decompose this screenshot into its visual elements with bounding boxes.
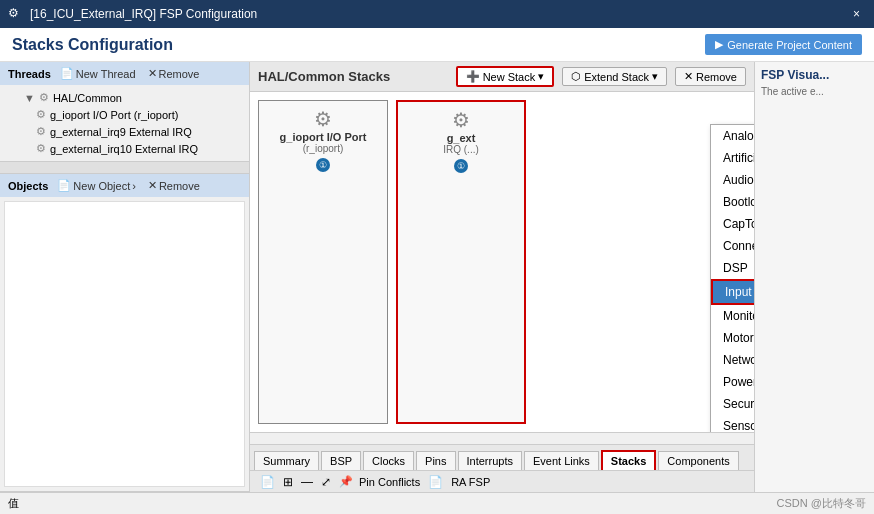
tab-bsp[interactable]: BSP xyxy=(321,451,361,470)
objects-content-area xyxy=(4,201,245,487)
fsp-visual-title: FSP Visua... xyxy=(761,68,868,82)
new-thread-icon: 📄 xyxy=(60,67,74,80)
generate-project-button[interactable]: ▶ Generate Project Content xyxy=(705,34,862,55)
conflicts-bar: 📄 ⊞ — ⤢ 📌 Pin Conflicts 📄 RA FSP xyxy=(250,470,754,492)
expand-icon: ▼ xyxy=(24,92,35,104)
ext-info: ① xyxy=(454,159,468,173)
new-stack-arrow: ▾ xyxy=(538,70,544,83)
extend-stack-button[interactable]: ⬡ Extend Stack ▾ xyxy=(562,67,667,86)
stacks-h-scroll[interactable] xyxy=(250,432,754,444)
stacks-area: HAL/Common Stacks ➕ New Stack ▾ ⬡ Extend… xyxy=(250,62,754,492)
tab-interrupts[interactable]: Interrupts xyxy=(458,451,522,470)
tab-bar: Summary BSP Clocks Pins Interrupts Event… xyxy=(250,444,754,470)
remove-obj-icon: ✕ xyxy=(148,179,157,192)
stack-card-g-ioport[interactable]: ⚙ g_ioport I/O Port (r_ioport) ① xyxy=(258,100,388,424)
threads-header: Threads 📄 New Thread ✕ Remove xyxy=(0,62,249,85)
threads-label: Threads xyxy=(8,68,51,80)
irq10-icon: ⚙ xyxy=(36,142,46,155)
tab-summary[interactable]: Summary xyxy=(254,451,319,470)
generate-label: Generate Project Content xyxy=(727,39,852,51)
close-button[interactable]: × xyxy=(847,5,866,23)
tab-clocks[interactable]: Clocks xyxy=(363,451,414,470)
new-object-button[interactable]: 📄 New Object › xyxy=(54,178,139,193)
stack-card-g-ext[interactable]: ⚙ g_ext IRQ (...) ① xyxy=(396,100,526,424)
value-label: 值 xyxy=(8,496,19,511)
menu-item-input[interactable]: Input › xyxy=(711,279,754,305)
hal-icon: ⚙ xyxy=(39,91,49,104)
tree-item-hal-common[interactable]: ▼ ⚙ HAL/Common xyxy=(0,89,249,106)
menu-item-monitoring[interactable]: Monitoring › xyxy=(711,305,754,327)
right-panel: FSP Visua... The active e... xyxy=(754,62,874,492)
menu-item-ai[interactable]: Artificial Intelligence › xyxy=(711,147,754,169)
stacks-toolbar: HAL/Common Stacks ➕ New Stack ▾ ⬡ Extend… xyxy=(250,62,754,92)
objects-label: Objects xyxy=(8,180,48,192)
menu-item-motor[interactable]: Motor › xyxy=(711,327,754,349)
pin-icon: 📌 xyxy=(339,475,353,488)
new-stack-button[interactable]: ➕ New Stack ▾ xyxy=(456,66,555,87)
config-header: Stacks Configuration ▶ Generate Project … xyxy=(0,28,874,62)
page-title: Stacks Configuration xyxy=(12,36,173,54)
extend-stack-icon: ⬡ xyxy=(571,70,581,83)
tab-stacks[interactable]: Stacks xyxy=(601,450,656,470)
ioport-card-icon: ⚙ xyxy=(314,107,332,131)
title-bar: ⚙ [16_ICU_External_IRQ] FSP Configuratio… xyxy=(0,0,874,28)
ext-card-icon: ⚙ xyxy=(452,108,470,132)
ioport-icon: ⚙ xyxy=(36,108,46,121)
ioport-info: ① xyxy=(316,158,330,172)
generate-icon: ▶ xyxy=(715,38,723,51)
bottom-status-bar: 值 CSDN @比特冬哥 xyxy=(0,492,874,514)
menu-item-audio[interactable]: Audio › xyxy=(711,169,754,191)
tree-item-g-external-irq10[interactable]: ⚙ g_external_irq10 External IRQ xyxy=(0,140,249,157)
threads-h-scroll[interactable] xyxy=(0,161,249,173)
csdn-label: CSDN @比特冬哥 xyxy=(777,496,866,511)
app-icon: ⚙ xyxy=(8,6,24,22)
pin-conflicts-label[interactable]: Pin Conflicts xyxy=(359,476,420,488)
tab-event-links[interactable]: Event Links xyxy=(524,451,599,470)
tab-pins[interactable]: Pins xyxy=(416,451,455,470)
menu-item-sensor[interactable]: Sensor › xyxy=(711,415,754,432)
grid-icon[interactable]: ⊞ xyxy=(281,474,295,490)
menu-item-dsp[interactable]: DSP › xyxy=(711,257,754,279)
stacks-canvas: ⚙ g_ioport I/O Port (r_ioport) ① ⚙ g_ext… xyxy=(250,92,754,432)
left-panel: Threads 📄 New Thread ✕ Remove ▼ xyxy=(0,62,250,492)
menu-item-power[interactable]: Power › xyxy=(711,371,754,393)
status-icons: 📄 ⊞ — ⤢ xyxy=(258,474,333,490)
remove-thread-button[interactable]: ✕ Remove xyxy=(145,66,203,81)
remove-stack-button[interactable]: ✕ Remove xyxy=(675,67,746,86)
new-stack-dropdown-menu[interactable]: Analog › Artificial Intelligence › Audio… xyxy=(710,124,754,432)
menu-item-security[interactable]: Security › xyxy=(711,393,754,415)
menu-item-connectivity[interactable]: Connectivity › xyxy=(711,235,754,257)
menu-item-analog[interactable]: Analog › xyxy=(711,125,754,147)
threads-tree: ▼ ⚙ HAL/Common ⚙ g_ioport I/O Port (r_io… xyxy=(0,85,249,161)
page-icon[interactable]: 📄 xyxy=(258,474,277,490)
ra-fsp-label: RA FSP xyxy=(451,476,490,488)
conflicts-page-icon[interactable]: 📄 xyxy=(426,474,445,490)
minus-icon[interactable]: — xyxy=(299,474,315,490)
objects-header: Objects 📄 New Object › ✕ Remove xyxy=(0,174,249,197)
expand-icon[interactable]: ⤢ xyxy=(319,474,333,490)
tab-components[interactable]: Components xyxy=(658,451,738,470)
new-object-icon: 📄 xyxy=(57,179,71,192)
new-thread-button[interactable]: 📄 New Thread xyxy=(57,66,139,81)
stacks-section-title: HAL/Common Stacks xyxy=(258,69,448,84)
remove-object-button[interactable]: ✕ Remove xyxy=(145,178,203,193)
irq9-icon: ⚙ xyxy=(36,125,46,138)
objects-section: Objects 📄 New Object › ✕ Remove xyxy=(0,174,249,492)
menu-item-captouch[interactable]: CapTouch › xyxy=(711,213,754,235)
tree-item-g-external-irq9[interactable]: ⚙ g_external_irq9 External IRQ xyxy=(0,123,249,140)
remove-stack-icon: ✕ xyxy=(684,70,693,83)
tree-item-g-ioport[interactable]: ⚙ g_ioport I/O Port (r_ioport) xyxy=(0,106,249,123)
new-stack-icon: ➕ xyxy=(466,70,480,83)
title-bar-text: [16_ICU_External_IRQ] FSP Configuration xyxy=(30,7,847,21)
menu-item-bootloader[interactable]: Bootloader › xyxy=(711,191,754,213)
remove-thread-icon: ✕ xyxy=(148,67,157,80)
right-panel-subtitle: The active e... xyxy=(761,86,868,97)
menu-item-networking[interactable]: Networking › xyxy=(711,349,754,371)
threads-section: Threads 📄 New Thread ✕ Remove ▼ xyxy=(0,62,249,174)
